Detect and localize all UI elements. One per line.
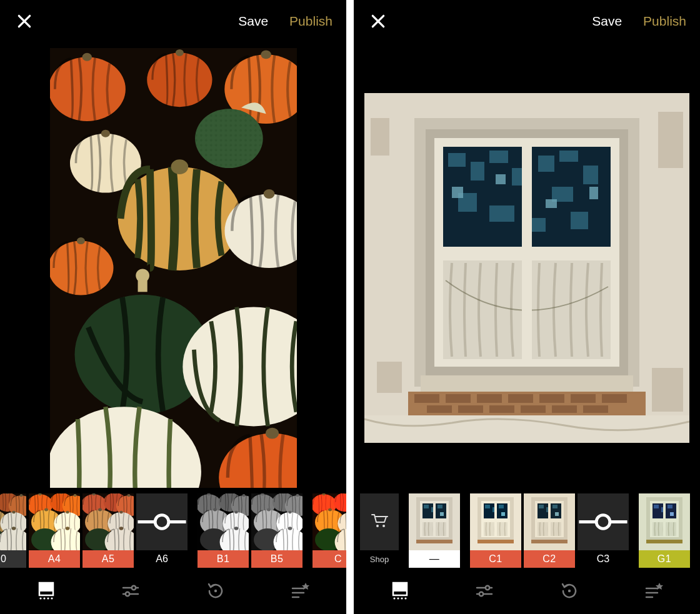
cart-icon	[371, 513, 388, 532]
filter-thumbnail	[312, 493, 346, 550]
filter-label: G1	[639, 550, 690, 568]
recipes-icon[interactable]	[641, 578, 666, 603]
filter-a5[interactable]: A5	[82, 493, 134, 568]
filter-a4[interactable]: A4	[29, 493, 80, 568]
filter-thumbnail	[409, 493, 460, 550]
recipes-icon[interactable]	[288, 578, 312, 603]
svg-point-96	[376, 525, 379, 527]
filter-thumbnail	[0, 493, 26, 550]
filter-c1[interactable]: C1	[470, 493, 521, 568]
svg-rect-81	[39, 583, 53, 592]
close-icon[interactable]	[16, 13, 32, 29]
presets-icon[interactable]	[34, 578, 59, 603]
shop-button[interactable]: Shop	[360, 493, 399, 568]
filter-c[interactable]: C	[312, 493, 346, 568]
image-preview[interactable]	[0, 42, 346, 493]
bottom-dock	[0, 568, 346, 614]
svg-point-82	[39, 597, 41, 599]
svg-point-85	[51, 597, 52, 599]
filter-label: B1	[198, 550, 249, 568]
filter-c2[interactable]: C2	[524, 493, 575, 568]
filter-thumbnail	[29, 493, 80, 550]
filter-thumbnail	[470, 493, 521, 550]
save-button[interactable]: Save	[592, 14, 622, 29]
svg-point-89	[126, 592, 129, 596]
history-icon[interactable]	[203, 578, 228, 603]
top-bar: Save Publish	[354, 0, 700, 42]
svg-point-109	[479, 592, 483, 596]
presets-icon[interactable]	[388, 578, 412, 603]
svg-point-102	[393, 597, 395, 599]
svg-rect-101	[393, 583, 407, 592]
filter-g1[interactable]: G1	[639, 493, 690, 568]
svg-point-83	[43, 597, 45, 599]
svg-point-97	[382, 525, 385, 527]
filter-b5[interactable]: B5	[251, 493, 302, 568]
shop-label: Shop	[360, 550, 399, 568]
filter-thumbnail	[251, 493, 302, 550]
filter-label: A5	[82, 550, 134, 568]
filter-thumbnail	[198, 493, 249, 550]
filter-label: C3	[578, 550, 629, 568]
svg-point-104	[401, 597, 402, 599]
history-icon[interactable]	[557, 578, 582, 603]
filter-label: A6	[136, 550, 188, 568]
filter-label: B5	[251, 550, 302, 568]
filter-c3[interactable]: C3	[578, 493, 629, 568]
filter-thumbnail	[524, 493, 575, 550]
editor-screen-right: Save Publish Shop—C1C2C3G1	[354, 0, 700, 614]
svg-point-107	[486, 586, 489, 590]
filter-label: C	[312, 550, 346, 568]
editor-screen-left: Save Publish 10A4A5A6B1B5C	[0, 0, 346, 614]
svg-point-87	[132, 586, 136, 590]
sliders-icon[interactable]	[118, 578, 143, 603]
image-preview[interactable]	[354, 42, 700, 493]
svg-point-103	[397, 597, 399, 599]
svg-point-99	[596, 515, 610, 529]
sliders-icon[interactable]	[472, 578, 497, 603]
svg-point-79	[155, 515, 169, 529]
filter-thumbnail	[82, 493, 134, 550]
filter-label: C2	[524, 550, 575, 568]
svg-point-105	[404, 597, 406, 599]
filter-label: 10	[0, 550, 26, 568]
save-button[interactable]: Save	[238, 14, 268, 29]
bottom-dock	[354, 568, 700, 614]
filter-—[interactable]: —	[409, 493, 460, 568]
filter-strip[interactable]: Shop—C1C2C3G1	[354, 493, 700, 568]
publish-button[interactable]: Publish	[289, 14, 332, 29]
svg-point-90	[214, 590, 217, 592]
filter-a6[interactable]: A6	[136, 493, 188, 568]
svg-point-84	[47, 597, 49, 599]
svg-point-110	[568, 590, 571, 592]
slider-icon	[578, 493, 629, 550]
filter-label: A4	[29, 550, 80, 568]
publish-button[interactable]: Publish	[643, 14, 686, 29]
top-bar: Save Publish	[0, 0, 346, 42]
filter-label: —	[409, 550, 460, 568]
filter-b1[interactable]: B1	[198, 493, 249, 568]
close-icon[interactable]	[370, 13, 386, 29]
filter-strip[interactable]: 10A4A5A6B1B5C	[0, 493, 346, 568]
filter-label: C1	[470, 550, 521, 568]
filter-thumbnail	[639, 493, 690, 550]
slider-icon	[136, 493, 188, 550]
filter-10[interactable]: 10	[0, 493, 26, 568]
